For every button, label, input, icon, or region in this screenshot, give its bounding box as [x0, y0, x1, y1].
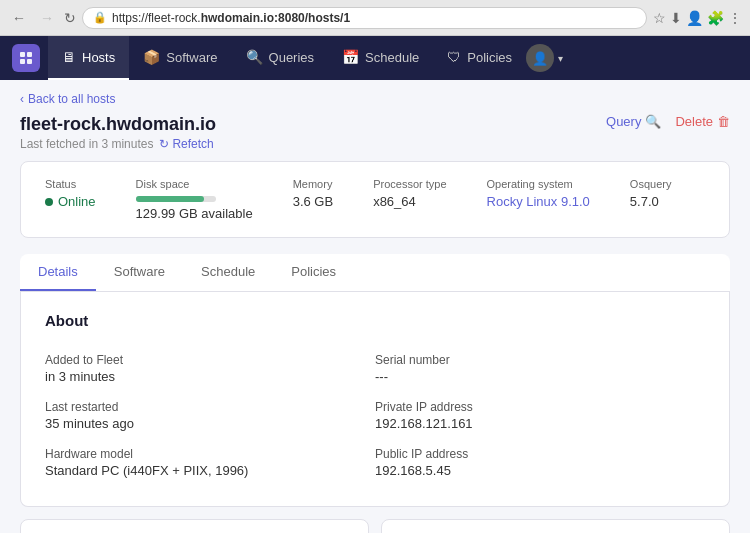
menu-button[interactable]: ⋮	[728, 10, 742, 26]
about-added: Added to Fleet in 3 minutes	[45, 345, 375, 392]
host-header: fleet-rock.hwdomain.io Last fetched in 3…	[0, 114, 750, 161]
about-public-ip: Public IP address 192.168.5.45	[375, 439, 705, 486]
disk-bar	[136, 196, 216, 202]
delete-icon: 🗑	[717, 114, 730, 129]
nav-tab-software[interactable]: 📦 Software	[129, 36, 231, 80]
bottom-row: Agent options Config TLS refresh 1 min L…	[20, 519, 730, 533]
delete-button[interactable]: Delete 🗑	[675, 114, 730, 129]
queries-icon: 🔍	[246, 49, 263, 65]
details-content: About Added to Fleet in 3 minutes Serial…	[20, 292, 730, 507]
avatar: 👤	[526, 44, 554, 72]
stat-processor: Processor type x86_64	[373, 178, 446, 221]
tab-details[interactable]: Details	[20, 254, 96, 291]
hosts-icon: 🖥	[62, 49, 76, 65]
stat-status: Status Online	[45, 178, 96, 221]
url-text: https://fleet-rock.hwdomain.io:8080/host…	[112, 11, 350, 25]
forward-button[interactable]: →	[36, 8, 58, 28]
stat-osquery: Osquery 5.7.0	[630, 178, 672, 221]
host-title: fleet-rock.hwdomain.io	[20, 114, 216, 135]
about-grid: Added to Fleet in 3 minutes Serial numbe…	[45, 345, 705, 486]
svg-rect-2	[20, 59, 25, 64]
policies-icon: 🛡	[447, 49, 461, 65]
nav-tab-schedule[interactable]: 📅 Schedule	[328, 36, 433, 80]
stat-disk: Disk space 129.99 GB available	[136, 178, 253, 221]
extensions-button[interactable]: 🧩	[707, 10, 724, 26]
about-title: About	[45, 312, 705, 329]
nav-tab-hosts[interactable]: 🖥 Hosts	[48, 36, 129, 80]
stat-status-value: Online	[45, 194, 96, 209]
query-icon: 🔍	[645, 114, 661, 129]
detail-tabs: Details Software Schedule Policies	[20, 254, 730, 292]
page-content: ‹ Back to all hosts fleet-rock.hwdomain.…	[0, 80, 750, 533]
tab-software[interactable]: Software	[96, 254, 183, 291]
about-private-ip: Private IP address 192.168.121.161	[375, 392, 705, 439]
svg-rect-1	[27, 52, 32, 57]
refetch-icon: ↻	[159, 137, 169, 151]
tab-schedule[interactable]: Schedule	[183, 254, 273, 291]
address-bar[interactable]: 🔒 https://fleet-rock.hwdomain.io:8080/ho…	[82, 7, 647, 29]
refetch-button[interactable]: ↻ Refetch	[159, 137, 213, 151]
profile-button[interactable]: 👤	[686, 10, 703, 26]
browser-chrome: ← → ↻ 🔒 https://fleet-rock.hwdomain.io:8…	[0, 0, 750, 36]
back-to-hosts-link[interactable]: ‹ Back to all hosts	[0, 80, 750, 114]
labels-card: Labels All Hosts All Linux	[381, 519, 730, 533]
about-restarted: Last restarted 35 minutes ago	[45, 392, 375, 439]
nav-tab-queries[interactable]: 🔍 Queries	[232, 36, 329, 80]
about-serial: Serial number ---	[375, 345, 705, 392]
host-actions: Query 🔍 Delete 🗑	[606, 114, 730, 129]
host-fetched: Last fetched in 3 minutes ↻ Refetch	[20, 137, 216, 151]
refresh-button[interactable]: ↻	[64, 10, 76, 26]
nav-tabs: 🖥 Hosts 📦 Software 🔍 Queries 📅 Schedule …	[48, 36, 526, 80]
host-title-section: fleet-rock.hwdomain.io Last fetched in 3…	[20, 114, 216, 151]
nav-logo[interactable]	[12, 44, 40, 72]
disk-fill	[136, 196, 204, 202]
agent-options-card: Agent options Config TLS refresh 1 min L…	[20, 519, 369, 533]
navbar: 🖥 Hosts 📦 Software 🔍 Queries 📅 Schedule …	[0, 36, 750, 80]
download-button[interactable]: ⬇	[670, 10, 682, 26]
avatar-chevron-icon: ▾	[558, 53, 563, 64]
software-icon: 📦	[143, 49, 160, 65]
nav-tab-policies[interactable]: 🛡 Policies	[433, 36, 526, 80]
stat-os: Operating system Rocky Linux 9.1.0	[487, 178, 590, 221]
svg-rect-3	[27, 59, 32, 64]
browser-actions: ☆ ⬇ 👤 🧩 ⋮	[653, 10, 742, 26]
online-dot	[45, 198, 53, 206]
stats-card: Status Online Disk space 129.99 GB avail…	[20, 161, 730, 238]
about-hardware: Hardware model Standard PC (i440FX + PII…	[45, 439, 375, 486]
stat-memory: Memory 3.6 GB	[293, 178, 333, 221]
query-button[interactable]: Query 🔍	[606, 114, 661, 129]
back-button[interactable]: ←	[8, 8, 30, 28]
lock-icon: 🔒	[93, 11, 107, 24]
back-chevron-icon: ‹	[20, 92, 24, 106]
avatar-wrapper[interactable]: 👤 ▾	[526, 44, 563, 72]
tab-policies[interactable]: Policies	[273, 254, 354, 291]
schedule-icon: 📅	[342, 49, 359, 65]
logo-icon	[18, 50, 34, 66]
bookmark-button[interactable]: ☆	[653, 10, 666, 26]
stat-os-link[interactable]: Rocky Linux 9.1.0	[487, 194, 590, 209]
svg-rect-0	[20, 52, 25, 57]
